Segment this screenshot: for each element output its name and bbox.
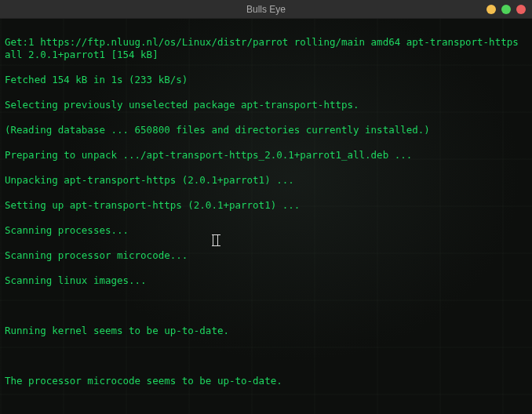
titlebar: Bulls Eye [0, 0, 532, 19]
stdout-line: Scanning processes... [5, 224, 527, 237]
window-title: Bulls Eye [246, 3, 286, 16]
stdout-line: (Reading database ... 650800 files and d… [5, 124, 527, 136]
stdout-line: Selecting previously unselected package … [5, 99, 527, 111]
stdout-line: Fetched 154 kB in 1s (233 kB/s) [5, 74, 527, 86]
terminal-viewport[interactable]: Get:1 https://ftp.nluug.nl/os/Linux/dist… [0, 19, 532, 414]
text-cursor-icon [213, 234, 218, 246]
minimize-icon[interactable] [486, 5, 496, 14]
stdout-line: Running kernel seems to be up-to-date. [5, 325, 527, 337]
stdout-line: Get:1 https://ftp.nluug.nl/os/Linux/dist… [5, 36, 527, 61]
stdout-line: Setting up apt-transport-https (2.0.1+pa… [5, 199, 527, 212]
window-controls [486, 0, 526, 19]
blank-line [5, 350, 527, 362]
stdout-line: The processor microcode seems to be up-t… [5, 375, 527, 387]
blank-line [5, 300, 527, 312]
stdout-line: Unpacking apt-transport-https (2.0.1+par… [5, 174, 527, 187]
blank-line [5, 400, 527, 412]
stdout-line: Preparing to unpack .../apt-transport-ht… [5, 149, 527, 162]
stdout-line: Scanning linux images... [5, 274, 527, 287]
maximize-icon[interactable] [501, 5, 511, 14]
close-icon[interactable] [516, 5, 526, 14]
stdout-line: Scanning processor microcode... [5, 249, 527, 262]
